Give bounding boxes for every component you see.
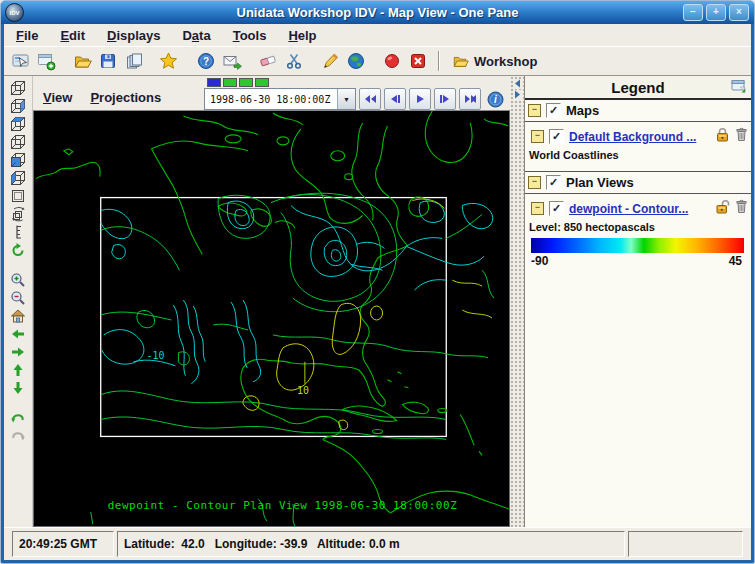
favorites-icon[interactable] [156, 49, 180, 73]
close-button[interactable]: × [729, 4, 749, 21]
collapse-display-icon[interactable]: − [531, 130, 544, 143]
top-view-icon[interactable] [9, 115, 28, 132]
menu-tools[interactable]: Tools [233, 28, 267, 43]
trash-icon[interactable] [735, 127, 748, 146]
new-window-icon[interactable] [34, 49, 58, 73]
splitter-collapse-left-icon[interactable] [513, 79, 521, 88]
time-step-indicator[interactable] [207, 78, 269, 87]
dewpoint-contour-link[interactable]: dewpoint - Contour... [569, 202, 710, 216]
map-canvas[interactable]: -10 10 dewpoint - Contour Plan View 1998… [33, 110, 510, 527]
maps-category-label: Maps [566, 103, 599, 118]
collapse-maps-icon[interactable]: − [528, 104, 541, 117]
lock-open-icon[interactable] [715, 199, 730, 218]
legend-splitter[interactable] [510, 76, 524, 527]
menu-projections[interactable]: Projections [90, 90, 161, 105]
float-legend-icon[interactable] [731, 79, 747, 98]
cut-icon[interactable] [282, 49, 306, 73]
minimize-button[interactable]: − [683, 4, 703, 21]
workshop-toolbar-item[interactable]: Workshop [448, 53, 541, 69]
menu-displays[interactable]: Displays [107, 28, 160, 43]
window-title: Unidata Workshop IDV - Map View - One Pa… [1, 5, 754, 20]
menu-view[interactable]: View [43, 90, 72, 105]
perspective-view-icon[interactable] [9, 79, 28, 96]
animation-properties-icon[interactable]: i [484, 88, 506, 110]
support-request-icon[interactable] [220, 49, 244, 73]
splitter-collapse-right-icon[interactable] [513, 90, 521, 99]
show-dashboard-icon[interactable] [8, 49, 32, 73]
color-scale-bar[interactable] [531, 238, 744, 253]
collapse-plan-views-icon[interactable]: − [528, 176, 541, 189]
zoom-in-icon[interactable] [9, 271, 28, 288]
map-view-menubar: View Projections 1998-06-30 18:00:00 [33, 76, 510, 110]
record-image-icon[interactable] [380, 49, 404, 73]
map-annotation: dewpoint - Contour Plan View 1998-06-30 … [108, 499, 458, 512]
legend-row-dewpoint: − ✓ dewpoint - Contour... [525, 194, 751, 219]
lock-closed-icon[interactable] [715, 127, 730, 146]
animation-end-button[interactable] [459, 88, 481, 110]
time-step[interactable] [255, 78, 269, 87]
rotate-view-icon[interactable] [9, 97, 28, 114]
level-label: Level: 850 hectopascals [525, 219, 751, 237]
exit-icon[interactable] [406, 49, 430, 73]
help-icon[interactable]: ? [194, 49, 218, 73]
home-view-icon[interactable] [9, 307, 28, 324]
open-bundle-icon[interactable] [70, 49, 94, 73]
menu-file[interactable]: File [16, 28, 38, 43]
world-coastlines-label: World Coastlines [525, 147, 751, 165]
legend-row-default-background: − ✓ Default Background ... [525, 122, 751, 147]
side-view-icon[interactable] [9, 169, 28, 186]
save-bundle-icon[interactable] [96, 49, 120, 73]
refresh-view-icon[interactable] [9, 241, 28, 258]
pan-right-icon[interactable] [9, 343, 28, 360]
status-bar: 20:49:25 GMT Latitude: 42.0 Longitude: -… [4, 527, 751, 560]
display-visibility-checkbox[interactable]: ✓ [549, 129, 564, 144]
trash-icon[interactable] [735, 199, 748, 218]
colorbar-max-label: 45 [729, 254, 742, 268]
plan-views-visibility-checkbox[interactable]: ✓ [546, 175, 561, 190]
2d-view-icon[interactable] [9, 187, 28, 204]
menu-data[interactable]: Data [182, 28, 210, 43]
pan-up-icon[interactable] [9, 361, 28, 378]
remove-displays-icon[interactable] [256, 49, 280, 73]
collapse-display-icon[interactable]: − [531, 202, 544, 215]
chevron-down-icon[interactable]: ▼ [337, 89, 355, 109]
vertical-scale-icon[interactable] [9, 223, 28, 240]
animation-step-back-button[interactable] [384, 88, 406, 110]
animation-play-button[interactable] [409, 88, 431, 110]
maximize-button[interactable]: + [706, 4, 726, 21]
legend-panel: Legend − ✓ Maps − ✓ Default Background .… [524, 76, 751, 527]
time-select[interactable]: 1998-06-30 18:00:00Z ▼ [204, 88, 356, 110]
title-bar[interactable]: Unidata Workshop IDV - Map View - One Pa… [1, 1, 754, 24]
save-favorite-icon[interactable] [122, 49, 146, 73]
time-step-current[interactable] [207, 78, 221, 87]
view-tool-column [4, 76, 33, 527]
legend-category-maps: − ✓ Maps [525, 100, 751, 122]
app-window: Unidata Workshop IDV - Map View - One Pa… [0, 0, 755, 564]
animation-begin-button[interactable] [359, 88, 381, 110]
contour-label-10: 10 [297, 385, 309, 396]
menu-edit[interactable]: Edit [60, 28, 85, 43]
display-visibility-checkbox[interactable]: ✓ [549, 201, 564, 216]
zoom-out-icon[interactable] [9, 289, 28, 306]
animation-step-forward-button[interactable] [434, 88, 456, 110]
maps-visibility-checkbox[interactable]: ✓ [546, 103, 561, 118]
pan-left-icon[interactable] [9, 325, 28, 342]
time-value: 1998-06-30 18:00:00Z [205, 94, 337, 105]
internet-icon[interactable] [344, 49, 368, 73]
front-view-icon[interactable] [9, 151, 28, 168]
legend-title: Legend [611, 79, 664, 96]
time-step[interactable] [239, 78, 253, 87]
menu-help[interactable]: Help [288, 28, 316, 43]
undo-icon[interactable] [9, 409, 28, 426]
coastlines [36, 111, 509, 513]
default-background-link[interactable]: Default Background ... [569, 130, 710, 144]
bottom-view-icon[interactable] [9, 133, 28, 150]
map-view-panel: View Projections 1998-06-30 18:00:00 [33, 76, 510, 527]
redo-icon[interactable] [9, 427, 28, 444]
time-step[interactable] [223, 78, 237, 87]
edit-icon[interactable] [318, 49, 342, 73]
svg-text:i: i [494, 94, 497, 105]
auto-rotate-icon[interactable] [9, 205, 28, 222]
pan-down-icon[interactable] [9, 379, 28, 396]
clock-readout: 20:49:25 GMT [12, 531, 114, 557]
